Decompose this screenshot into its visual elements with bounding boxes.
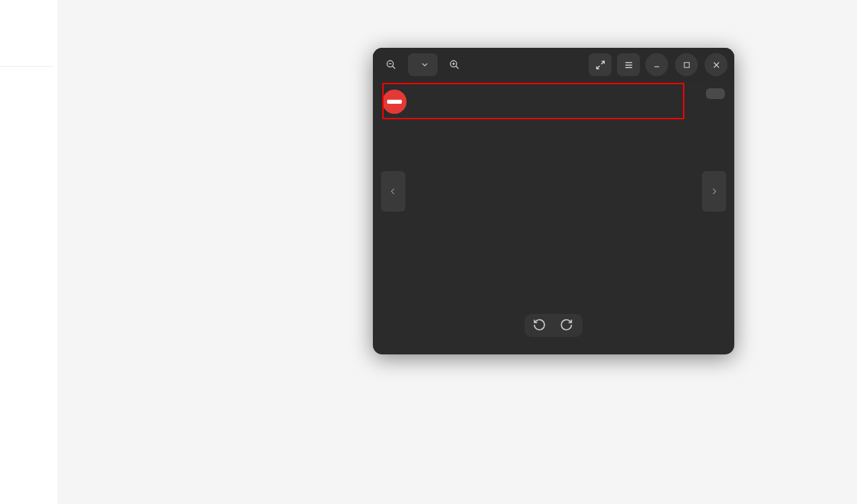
chevron-down-icon xyxy=(420,60,430,69)
fullscreen-button[interactable] xyxy=(589,53,612,76)
svg-line-8 xyxy=(596,65,599,68)
zoom-out-button[interactable] xyxy=(380,53,403,76)
minimize-button[interactable] xyxy=(645,53,668,76)
sidebar-divider xyxy=(0,66,54,67)
maximize-button[interactable] xyxy=(675,53,698,76)
error-highlight-box xyxy=(382,83,684,119)
viewer-titlebar xyxy=(373,48,734,82)
close-button[interactable] xyxy=(705,53,728,76)
rotate-left-button[interactable] xyxy=(533,318,548,333)
menu-button[interactable] xyxy=(617,53,640,76)
image-viewer-window xyxy=(373,48,734,354)
svg-line-1 xyxy=(392,66,395,69)
svg-rect-13 xyxy=(684,62,688,67)
zoom-in-button[interactable] xyxy=(443,53,466,76)
svg-line-7 xyxy=(601,61,603,63)
error-banner xyxy=(373,82,734,121)
prev-image-button[interactable] xyxy=(381,171,405,212)
error-icon xyxy=(382,90,407,114)
sidebar xyxy=(0,0,57,504)
rotate-toolbar xyxy=(525,314,583,337)
viewer-body xyxy=(373,121,734,319)
rotate-right-button[interactable] xyxy=(560,318,574,333)
next-image-button[interactable] xyxy=(702,171,726,212)
cancel-button[interactable] xyxy=(706,88,725,99)
svg-line-4 xyxy=(456,66,459,69)
zoom-level-select[interactable] xyxy=(408,53,438,76)
